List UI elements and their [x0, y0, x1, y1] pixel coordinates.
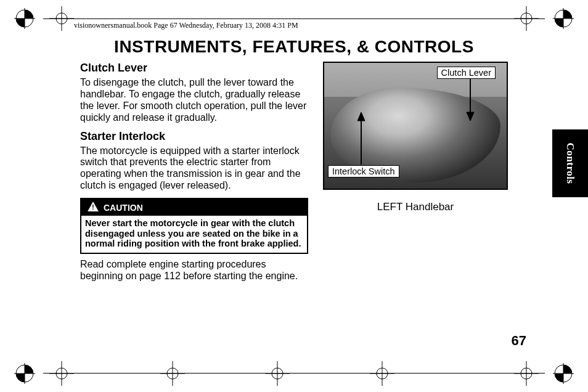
text-column: Clutch Lever To disengage the clutch, pu…	[80, 62, 308, 288]
section-side-tab: Controls	[552, 129, 588, 197]
svg-text:!: !	[92, 203, 94, 211]
caution-label: CAUTION	[104, 203, 143, 213]
page-number: 67	[512, 333, 526, 349]
paragraph-clutch-lever: To disengage the clutch, pull the lever …	[80, 77, 308, 124]
section-side-tab-label: Controls	[564, 143, 576, 184]
paragraph-starter-interlock: The motorcycle is equipped with a starte…	[80, 145, 308, 192]
figure-column: Clutch Lever Interlock Switch LEFT Handl…	[323, 62, 508, 288]
crop-mark-icon	[160, 361, 185, 386]
caution-box: ! CAUTION Never start the motorcycle in …	[80, 198, 308, 254]
registration-mark	[551, 361, 576, 386]
registration-mark	[12, 6, 37, 31]
callout-interlock-switch: Interlock Switch	[328, 165, 399, 178]
callout-clutch-lever: Clutch Lever	[437, 67, 496, 79]
figure-caption: LEFT Handlebar	[323, 201, 508, 213]
footer-rule	[43, 373, 545, 374]
svg-marker-37	[357, 112, 365, 121]
registration-mark	[12, 361, 37, 386]
warning-triangle-icon: !	[88, 202, 99, 213]
page-content: INSTRUMENTS, FEATURES, & CONTROLS Clutch…	[43, 37, 545, 355]
page-title: INSTRUMENTS, FEATURES, & CONTROLS	[43, 37, 545, 57]
crop-mark-icon	[370, 361, 394, 386]
callout-arrow-icon	[349, 112, 374, 165]
registration-mark	[551, 6, 576, 31]
caution-body-text: Never start the motorcycle in gear with …	[81, 216, 307, 253]
crop-mark-icon	[49, 361, 74, 386]
heading-starter-interlock: Starter Interlock	[80, 130, 308, 143]
callout-arrow-icon	[461, 79, 480, 122]
caution-header: ! CAUTION	[81, 199, 307, 216]
crop-mark-icon	[265, 361, 290, 386]
book-header-text: visionownersmanual.book Page 67 Wednesda…	[74, 21, 298, 30]
crop-mark-icon	[514, 361, 539, 386]
svg-marker-35	[467, 112, 474, 121]
paragraph-post-caution: Read complete engine starting procedures…	[80, 259, 308, 282]
handlebar-photo: Clutch Lever Interlock Switch	[323, 62, 508, 190]
heading-clutch-lever: Clutch Lever	[80, 62, 308, 75]
header-rule	[43, 18, 545, 19]
